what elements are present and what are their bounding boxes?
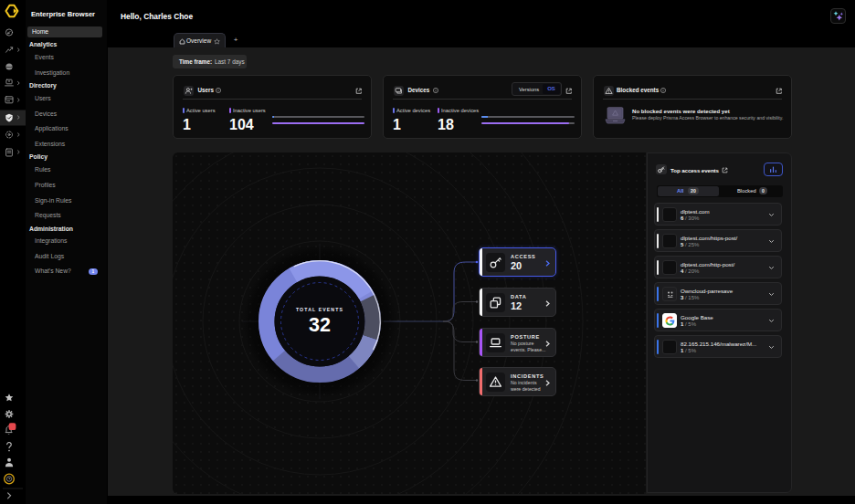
svg-text:TOTAL EVENTS: TOTAL EVENTS [296, 307, 343, 312]
svg-text:32: 32 [309, 314, 331, 336]
